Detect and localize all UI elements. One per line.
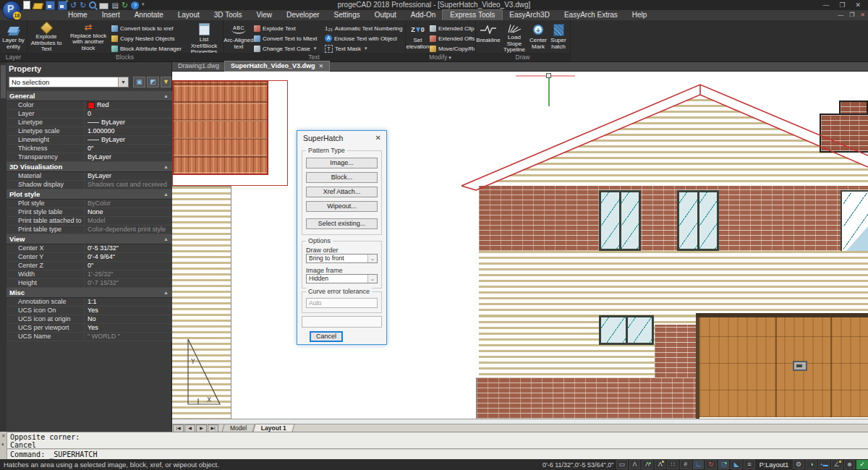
block-button[interactable]: Block...	[306, 172, 378, 183]
chevron-down-icon[interactable]: ▼	[118, 77, 128, 87]
image-button[interactable]: Image...	[306, 158, 378, 168]
convert-text-to-mtext-button[interactable]: Convert Text to Mtext	[254, 33, 325, 43]
redo-icon[interactable]: ↻	[80, 1, 86, 9]
menu-insert[interactable]: Insert	[95, 10, 127, 20]
dialog-title-bar[interactable]: SuperHatch ✕	[297, 131, 386, 145]
layout-indicator[interactable]: P:Layout1	[757, 461, 792, 469]
extended-offset-button[interactable]: Extended Offset	[430, 33, 475, 43]
snap-settings-icon[interactable]	[629, 460, 641, 469]
property-row[interactable]: UCS icon OnYes	[7, 307, 172, 315]
xref-attach-button[interactable]: Xref Attach...	[306, 187, 378, 197]
grid-icon[interactable]	[680, 460, 692, 469]
selection-dropdown[interactable]: No selection ▼	[9, 77, 129, 87]
doc-tab-superhatch-video[interactable]: SuperHatch_Video_V3.dwg ✕	[225, 61, 329, 71]
menu-3d-tools[interactable]: 3D Tools	[207, 10, 250, 20]
property-row[interactable]: Layer0	[7, 110, 172, 119]
menu-home[interactable]: Home	[61, 10, 95, 20]
property-row[interactable]: Center Y0'-4 9/64"	[7, 253, 172, 262]
set-elevation-button[interactable]: Z0 Set elevation	[406, 22, 430, 51]
explode-attributes-button[interactable]: Explode Attributes to Text	[27, 22, 65, 51]
tab-close-icon[interactable]: ✕	[318, 61, 323, 71]
command-close-icon[interactable]: ✕	[1, 433, 6, 439]
menu-express-tools[interactable]: Express Tools	[443, 10, 502, 20]
entity-track-icon[interactable]	[731, 460, 742, 469]
mdi-close-button[interactable]: ✕	[860, 10, 865, 20]
property-row[interactable]: Center Z0"	[7, 262, 172, 270]
list-xref-block-properties-button[interactable]: List Xref/Block Properties	[187, 22, 221, 51]
command-history[interactable]: Opposite corner: Cancel	[7, 432, 868, 449]
next-tab-icon[interactable]: ▶	[196, 424, 207, 432]
collaboration-icon[interactable]	[844, 460, 856, 469]
automatic-text-numbering-button[interactable]: 1₂₃ Automatic Text Numbering	[325, 23, 404, 33]
superhatch-dialog[interactable]: SuperHatch ✕ Pattern Type Image... Block…	[297, 130, 387, 345]
convert-block-to-xref-button[interactable]: Convert block to xref	[111, 23, 187, 33]
property-row[interactable]: Annotation scale1:1	[7, 298, 172, 307]
plot-preview-icon[interactable]	[89, 1, 96, 9]
updates-ok-icon[interactable]	[856, 460, 868, 469]
layer-by-entity-button[interactable]: Layer by entity	[1, 22, 26, 51]
property-row[interactable]: Linetype scale1.000000	[7, 127, 172, 136]
menu-layout[interactable]: Layout	[171, 10, 207, 20]
settings-gear-icon[interactable]	[793, 460, 804, 469]
menu-easyarch-extras[interactable]: EasyArch Extras	[557, 10, 625, 20]
mdi-restore-button[interactable]: ❐	[849, 10, 854, 20]
menu-add-on[interactable]: Add-On	[404, 10, 443, 20]
snap-marker-icon[interactable]	[642, 460, 653, 469]
progecad-logo-icon[interactable]: P 18	[2, 1, 21, 20]
load-slope-typeline-button[interactable]: Load Slope Typeline	[501, 22, 528, 51]
breakline-button[interactable]: Breakline	[476, 22, 501, 51]
qat-customize-chevron-icon[interactable]: ▾	[142, 1, 145, 9]
property-row[interactable]: LinetypeByLayer	[7, 119, 172, 127]
entity-snap-icon[interactable]	[718, 460, 730, 469]
close-button[interactable]: ✕	[855, 1, 861, 9]
property-row[interactable]: Print style tableNone	[7, 208, 172, 217]
menu-output[interactable]: Output	[367, 10, 404, 20]
help-icon[interactable]: ?	[131, 1, 139, 9]
move-copy-rotate-button[interactable]: Move/Copy/Rotate	[430, 43, 475, 54]
lineweight-icon[interactable]	[744, 460, 755, 469]
property-row[interactable]: UCS per viewportYes	[7, 324, 172, 333]
section-header-view[interactable]: View▲	[7, 234, 172, 244]
menu-help[interactable]: Help	[625, 10, 655, 20]
doc-tab-drawing1[interactable]: Drawing1.dwg	[172, 61, 225, 71]
menu-settings[interactable]: Settings	[327, 10, 367, 20]
curve-tolerance-input[interactable]: Auto	[306, 298, 378, 308]
property-row[interactable]: Center X0'-5 31/32"	[7, 244, 172, 253]
enclose-text-with-object-button[interactable]: A Enclose Text with Object	[325, 33, 404, 43]
explode-text-button[interactable]: Explode Text	[254, 23, 325, 33]
paper-space-icon[interactable]	[616, 460, 628, 469]
menu-developer[interactable]: Developer	[279, 10, 327, 20]
ortho-icon[interactable]	[693, 460, 705, 469]
wipeout-button[interactable]: Wipeout...	[306, 201, 378, 212]
command-expand-icon[interactable]: ▾	[1, 442, 4, 448]
print-icon[interactable]	[99, 3, 109, 9]
refresh-icon[interactable]: ↻	[122, 1, 128, 9]
add-scale-icon[interactable]	[818, 460, 830, 469]
annotation-monitor-icon[interactable]	[831, 460, 843, 469]
property-row[interactable]: TransparencyByLayer	[7, 153, 172, 162]
section-header-misc[interactable]: Misc▲	[7, 288, 172, 298]
copy-nested-objects-button[interactable]: Copy Nested Objects	[111, 33, 187, 43]
property-row[interactable]: Thickness0"	[7, 145, 172, 153]
property-row[interactable]: ColorRed	[7, 101, 172, 110]
block-attribute-manager-button[interactable]: Block Attribute Manager	[111, 43, 187, 54]
last-tab-icon[interactable]: ▶|	[208, 424, 218, 432]
replace-block-button[interactable]: ⇄ Replace block with another block	[65, 22, 111, 51]
section-header-general[interactable]: General▲	[7, 91, 172, 101]
select-existing-button[interactable]: Select existing...	[306, 218, 378, 229]
property-row[interactable]: LineweightByLayer	[7, 136, 172, 145]
select-entities-icon[interactable]: ▣	[133, 77, 145, 87]
save-icon[interactable]	[46, 1, 55, 10]
save-as-icon[interactable]	[58, 1, 67, 10]
new-file-icon[interactable]	[23, 1, 30, 9]
quick-select-icon[interactable]: ◩	[147, 77, 159, 87]
polar-tracking-icon[interactable]	[705, 460, 717, 469]
property-row[interactable]: UCS icon at originNo	[7, 315, 172, 324]
undo-icon[interactable]: ↺	[70, 1, 77, 9]
drawing-canvas[interactable]: Y X	[172, 72, 868, 424]
super-hatch-button[interactable]: Super hatch	[548, 22, 569, 51]
entity-snap-spark-icon[interactable]	[655, 460, 666, 469]
extended-clip-button[interactable]: Extended Clip	[430, 23, 475, 33]
mdi-minimize-button[interactable]: —	[838, 10, 843, 20]
cancel-button[interactable]: Cancel	[310, 331, 343, 342]
